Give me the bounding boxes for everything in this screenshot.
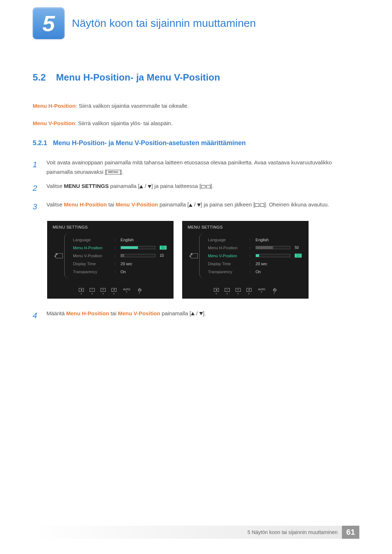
- osd-hpos-selected: Menu H-Position: [73, 246, 112, 250]
- subsection-heading: 5.2.1Menu H-Position- ja Menu V-Position…: [33, 139, 359, 147]
- subsection-title: Menu H-Position- ja Menu V-Position-aset…: [53, 139, 246, 147]
- step-number: 4: [33, 309, 40, 322]
- up-icon: [139, 185, 143, 188]
- down-icon: [199, 312, 203, 315]
- hpos-text: : Siirrä valikon sijaintia vasemmalle ta…: [75, 103, 189, 109]
- osd-panel-hpos: MENU SETTINGS Language:English Menu H-Po…: [47, 221, 173, 299]
- hpos-label: Menu H-Position: [33, 103, 75, 109]
- osd-plus-btn: +▾: [100, 288, 106, 295]
- osd-minus-btn: −▾: [89, 288, 95, 295]
- section-title: Menu H-Position- ja Menu V-Position: [56, 72, 220, 83]
- page-number: 61: [342, 526, 359, 539]
- osd-title: MENU SETTINGS: [53, 225, 168, 229]
- step-number: 2: [33, 181, 40, 195]
- page-footer: 5 Näytön koon tai sijainnin muuttaminen …: [33, 526, 359, 539]
- subsection-number: 5.2.1: [33, 139, 47, 147]
- step-number: 1: [33, 158, 40, 176]
- osd-auto-btn: AUTO▾: [122, 288, 132, 295]
- footer-text: 5 Näytön koon tai sijainnin muuttaminen: [248, 529, 338, 535]
- step-2: 2 Valitse MENU SETTINGS painamalla [ / ]…: [33, 181, 359, 195]
- osd-plus-btn: +▾: [235, 288, 241, 295]
- enter-icon: [201, 185, 211, 188]
- osd-enter-btn: ↲▾: [111, 288, 117, 295]
- osd-left-btn: ◂▾: [213, 288, 220, 295]
- down-icon: [197, 204, 201, 207]
- section-number: 5.2: [33, 72, 46, 83]
- up-icon: [189, 204, 192, 207]
- chapter-badge: 5: [33, 7, 65, 39]
- osd-title: MENU SETTINGS: [188, 225, 303, 229]
- position-icon: [191, 253, 198, 258]
- chapter-title: Näytön koon tai sijainnin muuttaminen: [72, 17, 256, 29]
- osd-enter-btn: ↲▾: [246, 288, 252, 295]
- intro-hpos: Menu H-Position: Siirrä valikon sijainti…: [33, 101, 359, 111]
- step-1: 1 Voit avata avainoppaan painamalla mitä…: [33, 158, 359, 176]
- vpos-label: Menu V-Position: [33, 120, 75, 126]
- down-icon: [148, 185, 151, 188]
- osd-power-btn: ⏻▾: [136, 288, 143, 295]
- vpos-text: : Siirrä valikon sijaintia ylös- tai ala…: [75, 120, 172, 126]
- osd-minus-btn: −▾: [224, 288, 230, 295]
- position-icon: [56, 253, 63, 258]
- osd-screenshots: MENU SETTINGS Language:English Menu H-Po…: [47, 221, 359, 299]
- intro-vpos: Menu V-Position: Siirrä valikon sijainti…: [33, 119, 359, 128]
- enter-icon: [255, 204, 264, 207]
- chapter-header: 5 Näytön koon tai sijainnin muuttaminen: [33, 7, 359, 39]
- chapter-number: 5: [42, 11, 55, 36]
- osd-power-btn: ⏻▾: [271, 288, 278, 295]
- step-4: 4 Määritä Menu H-Position tai Menu V-Pos…: [33, 309, 359, 322]
- step-3: 3 Valitse Menu H-Position tai Menu V-Pos…: [33, 200, 359, 213]
- osd-auto-btn: AUTO▾: [257, 288, 267, 295]
- osd-panel-vpos: MENU SETTINGS Language:English Menu H-Po…: [182, 221, 309, 299]
- section-heading: 5.2Menu H-Position- ja Menu V-Position: [33, 72, 359, 83]
- up-icon: [191, 312, 195, 315]
- osd-left-btn: ◂▾: [78, 288, 85, 295]
- step-number: 3: [33, 200, 40, 213]
- osd-vpos-selected: Menu V-Position: [208, 254, 247, 258]
- menu-icon: MENU: [106, 170, 121, 175]
